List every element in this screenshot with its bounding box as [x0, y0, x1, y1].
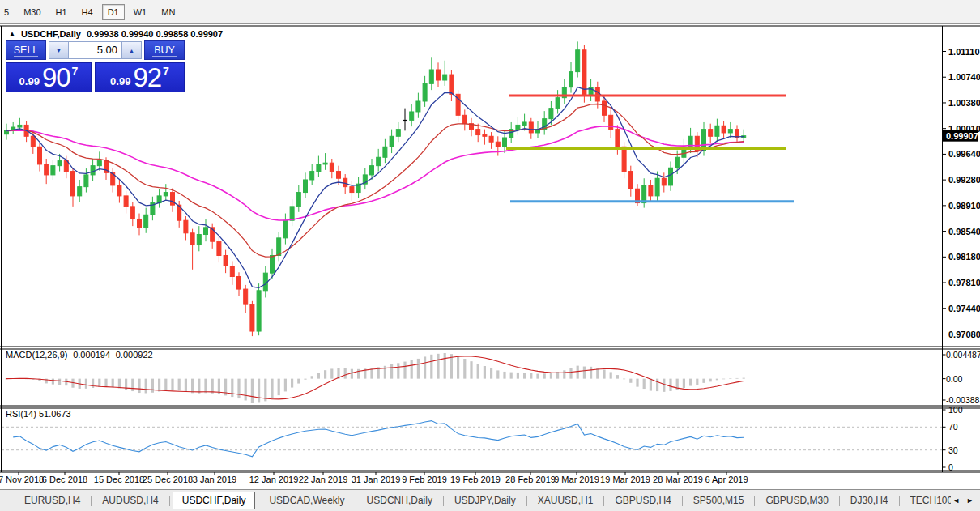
macd-bar: [709, 379, 712, 382]
buy-price-prefix: 0.99: [110, 75, 130, 87]
macd-bar: [344, 368, 347, 379]
chart-tab-usdchf-daily[interactable]: USDCHF,Daily: [173, 492, 256, 509]
candle-body: [204, 228, 208, 235]
buy-price-big: 92: [133, 64, 161, 91]
macd-signal-line: [6, 356, 744, 399]
macd-bar: [716, 379, 718, 381]
candle-body: [603, 101, 607, 115]
candle-body: [78, 187, 82, 196]
candle-body: [124, 196, 128, 207]
chart-tab-dj30-h4[interactable]: DJ30,H4: [842, 492, 897, 509]
candle-body: [138, 219, 142, 227]
chart-tab-gbpusd-h4[interactable]: GBPUSD,H4: [607, 492, 679, 509]
candle-body: [257, 291, 261, 331]
candle-body: [244, 289, 248, 304]
candle-body: [642, 185, 646, 203]
macd-bar: [623, 379, 625, 380]
macd-bar: [245, 379, 247, 401]
candle-body: [370, 166, 374, 175]
timeframe-button-W1[interactable]: W1: [128, 4, 153, 20]
candle-body: [516, 125, 520, 129]
tab-scroll-left-icon[interactable]: ◄: [952, 496, 960, 505]
tab-scroll-right-icon[interactable]: ►: [966, 496, 974, 505]
date-tick-label[interactable]: 28 Feb 2019: [505, 475, 556, 484]
buy-button[interactable]: BUY: [144, 40, 185, 60]
candle-body: [496, 142, 500, 147]
chart-tab-usdcnh-daily[interactable]: USDCNH,Daily: [359, 492, 441, 509]
date-tick-label[interactable]: 25 Dec 2018: [143, 475, 193, 484]
candle-body: [655, 178, 659, 196]
timeframe-button-M30[interactable]: M30: [18, 4, 46, 20]
timeframe-button-H1[interactable]: H1: [50, 4, 73, 20]
date-tick-label[interactable]: 9 Mar 2019: [554, 475, 599, 484]
date-tick-label[interactable]: 19 Mar 2019: [600, 475, 650, 484]
sell-price-button[interactable]: 0.99 90 7: [6, 62, 92, 92]
current-price-label: 0.99907: [946, 131, 978, 141]
date-tick-label[interactable]: 19 Feb 2019: [450, 475, 501, 484]
chart-tab-eurusd-h4[interactable]: EURUSD,H4: [16, 492, 88, 509]
macd-bar: [650, 379, 652, 391]
macd-bar: [158, 379, 160, 392]
candle-body: [569, 72, 573, 87]
timeframe-button-D1[interactable]: D1: [102, 4, 125, 20]
chart-tab-tech100-h1[interactable]: TECH100,H1: [902, 492, 952, 509]
macd-bar: [702, 379, 705, 383]
timeframe-button-H4[interactable]: H4: [76, 4, 99, 20]
collapse-panel-icon[interactable]: ▲: [9, 31, 15, 37]
candle-body: [722, 126, 726, 133]
volume-increase-button[interactable]: ▲: [121, 42, 141, 58]
date-tick-label[interactable]: 15 Dec 2018: [94, 475, 144, 484]
sell-button[interactable]: SELL: [6, 40, 46, 60]
chart-tab-usdcad-weekly[interactable]: USDCAD,Weekly: [261, 492, 352, 509]
candle-body: [84, 175, 88, 187]
chart-tab-gbpusd-m30[interactable]: GBPUSD,M30: [757, 492, 836, 509]
chart-tab-usdjpy-daily[interactable]: USDJPY,Daily: [446, 492, 524, 509]
chart-tab-audusd-h4[interactable]: AUDUSD,H4: [94, 492, 166, 509]
sell-price-pip: 7: [72, 65, 79, 78]
macd-bar: [610, 372, 612, 378]
price-tick-label: 0.98180: [948, 252, 980, 262]
timeframe-button-MN[interactable]: MN: [156, 4, 181, 20]
candle-body: [669, 168, 673, 185]
candle-body: [503, 138, 507, 147]
sell-price-big: 90: [42, 64, 70, 91]
candle-body: [310, 172, 314, 180]
macd-bar: [444, 353, 446, 379]
toolbar-separator: [190, 4, 190, 20]
rsi-line: [13, 421, 744, 457]
tab-separator: [356, 496, 356, 506]
chart-tab-xauusd-h1[interactable]: XAUUSD,H1: [530, 492, 602, 509]
date-tick-label[interactable]: 27 Nov 2018: [0, 475, 44, 484]
candle-body: [317, 164, 321, 172]
macd-bar: [463, 359, 466, 379]
rsi-axis-label: 100: [948, 405, 963, 415]
price-tick-label: 1.00380: [948, 98, 980, 108]
price-tick-label: 0.97810: [948, 278, 980, 287]
timeframe-button-5[interactable]: 5: [0, 4, 15, 20]
macd-bar: [330, 368, 333, 378]
candle-body: [130, 207, 134, 219]
rsi-axis-label: 0: [948, 462, 953, 472]
candle-body: [337, 172, 341, 179]
price-tick-label: 1.00740: [948, 72, 980, 82]
volume-spinner: ▼ 5.00 ▲: [49, 41, 142, 59]
chart-tab-sp500-m15[interactable]: SP500,M15: [685, 492, 752, 509]
date-tick-label[interactable]: 12 Jan 2019: [249, 475, 299, 484]
macd-bar: [530, 373, 532, 379]
date-tick-label[interactable]: 6 Dec 2018: [42, 475, 87, 484]
candle-body: [649, 185, 653, 196]
date-tick-label[interactable]: 6 Apr 2019: [705, 475, 748, 484]
date-tick-label[interactable]: 3 Jan 2019: [193, 475, 236, 484]
date-tick-label[interactable]: 28 Mar 2019: [653, 475, 703, 484]
macd-bar: [211, 379, 214, 394]
macd-bar: [264, 379, 266, 402]
buy-price-button[interactable]: 0.99 92 7: [95, 62, 185, 92]
date-tick-label[interactable]: 31 Jan 2019: [352, 475, 401, 484]
volume-decrease-button[interactable]: ▼: [49, 42, 69, 58]
date-tick-label[interactable]: 22 Jan 2019: [299, 475, 348, 484]
sell-price-prefix: 0.99: [19, 75, 40, 87]
macd-bar: [523, 373, 526, 379]
tab-scroll-arrows: ◄ ►: [951, 496, 980, 505]
volume-input[interactable]: 5.00: [69, 42, 121, 58]
date-tick-label[interactable]: 9 Feb 2019: [402, 475, 447, 484]
